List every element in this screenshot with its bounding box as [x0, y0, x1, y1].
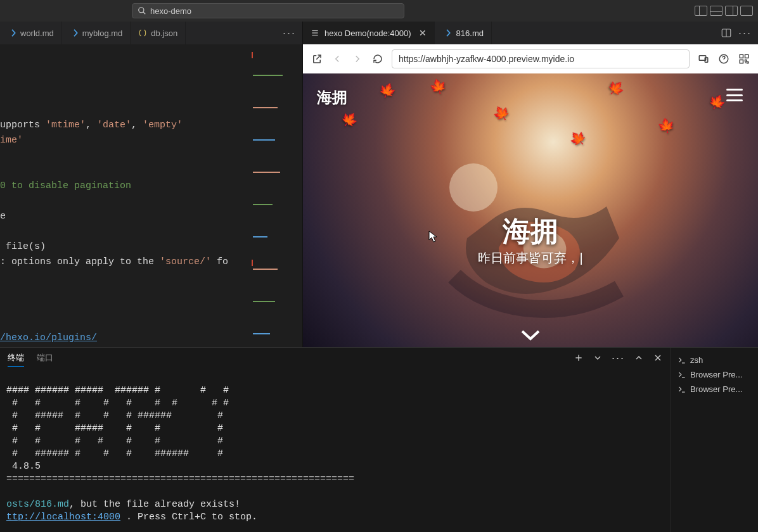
help-icon[interactable]: [717, 53, 730, 65]
panel-actions: ···: [574, 352, 663, 365]
search-icon: [138, 6, 146, 15]
markdown-icon: [8, 28, 16, 37]
panel-tab-terminal[interactable]: 终端: [8, 350, 24, 367]
tab-world-md[interactable]: world.md: [0, 22, 62, 44]
toggle-panel-icon[interactable]: [710, 6, 723, 16]
preview-icon: [311, 28, 319, 37]
layout-controls: [695, 6, 753, 16]
panel-main: 终端 端口 ··· #### ###### ##### ###### # # #…: [0, 348, 671, 532]
svg-rect-12: [740, 60, 743, 63]
browser-tabs: hexo Demo(node:4000) ✕ 816.md ···: [303, 22, 758, 44]
terminal-item-browser-1[interactable]: Browser Pre...: [671, 367, 758, 382]
more-icon[interactable]: ···: [738, 27, 752, 40]
browser-toolbar: [303, 44, 758, 73]
tab-label: db.json: [151, 28, 177, 38]
cursor-pointer-icon: [428, 231, 437, 245]
page-preview[interactable]: 🍁 🍁 🍁 🍁 🍁 🍁 🍁 🍁 海拥 海拥 昨日前事皆可弃，|: [303, 73, 758, 347]
main-area: world.md myblog.md db.json ···: [0, 22, 758, 347]
panel-tab-ports[interactable]: 端口: [37, 350, 53, 366]
terminal-list: zsh Browser Pre... Browser Pre...: [671, 348, 758, 532]
code-editor[interactable]: upports 'mtime', 'date', 'empty' ime' 0 …: [0, 44, 302, 347]
terminal-icon: [678, 385, 686, 394]
svg-point-0: [139, 8, 144, 13]
panel-tabs: 终端 端口 ···: [0, 348, 671, 368]
markdown-icon: [442, 28, 451, 37]
close-icon[interactable]: ✕: [419, 28, 427, 38]
chevron-down-icon[interactable]: [593, 353, 603, 363]
open-external-icon[interactable]: [311, 53, 323, 65]
json-icon: [138, 28, 147, 37]
minimap[interactable]: [253, 44, 302, 272]
close-icon[interactable]: [653, 353, 663, 363]
tab-db-json[interactable]: db.json: [131, 22, 186, 44]
leaves-decor: 🍁 🍁 🍁 🍁 🍁 🍁 🍁 🍁: [303, 73, 758, 347]
svg-line-1: [143, 12, 146, 15]
tab-hexo-demo[interactable]: hexo Demo(node:4000) ✕: [303, 22, 435, 44]
terminal-item-browser-2[interactable]: Browser Pre...: [671, 382, 758, 396]
titlebar: hexo-demo: [0, 0, 758, 22]
editor-group: world.md myblog.md db.json ···: [0, 22, 303, 347]
tab-label: myblog.md: [82, 28, 123, 38]
tab-myblog-md[interactable]: myblog.md: [62, 22, 131, 44]
browser-group: hexo Demo(node:4000) ✕ 816.md ···: [303, 22, 758, 347]
svg-rect-11: [745, 54, 748, 58]
more-icon[interactable]: ···: [612, 352, 625, 365]
nav-back-icon[interactable]: [331, 53, 344, 65]
svg-rect-10: [740, 54, 743, 58]
command-search[interactable]: hexo-demo: [132, 3, 404, 18]
hero-subtitle: 昨日前事皆可弃，|: [303, 250, 758, 267]
new-terminal-icon[interactable]: [574, 353, 584, 363]
tab-label: hexo Demo(node:4000): [324, 28, 411, 38]
qr-icon[interactable]: [738, 53, 750, 65]
scroll-down-icon[interactable]: [520, 329, 541, 343]
terminal-item-label: Browser Pre...: [690, 370, 742, 379]
bottom-panel: 终端 端口 ··· #### ###### ##### ###### # # #…: [0, 347, 758, 532]
split-editor-icon[interactable]: [721, 27, 732, 39]
editor-tabs: world.md myblog.md db.json ···: [0, 22, 302, 44]
terminal-icon: [678, 370, 686, 379]
terminal-item-label: zsh: [690, 355, 703, 365]
terminal-icon: [678, 356, 686, 365]
hero-title: 海拥: [303, 213, 758, 250]
terminal-item-zsh[interactable]: zsh: [671, 353, 758, 367]
nav-forward-icon[interactable]: [351, 53, 364, 65]
tab-label: world.md: [20, 28, 54, 38]
search-placeholder: hexo-demo: [150, 6, 191, 16]
toggle-sidebar-icon[interactable]: [695, 6, 707, 16]
devices-icon[interactable]: [697, 53, 710, 65]
terminal-output[interactable]: #### ###### ##### ###### # # # # # # # #…: [0, 368, 671, 532]
terminal-item-label: Browser Pre...: [690, 384, 742, 394]
tab-816-md[interactable]: 816.md: [435, 22, 492, 44]
markdown-icon: [70, 28, 79, 37]
chevron-up-icon[interactable]: [634, 353, 644, 363]
site-logo-text[interactable]: 海拥: [317, 87, 347, 108]
editor-tab-overflow[interactable]: ···: [276, 22, 302, 44]
browser-tab-actions: ···: [714, 22, 758, 44]
reload-icon[interactable]: [371, 53, 384, 65]
url-input[interactable]: [392, 49, 690, 68]
tab-label: 816.md: [456, 28, 484, 38]
toggle-secondary-sidebar-icon[interactable]: [725, 6, 738, 16]
layout-icon[interactable]: [740, 6, 753, 16]
hamburger-menu-icon[interactable]: [726, 89, 743, 101]
